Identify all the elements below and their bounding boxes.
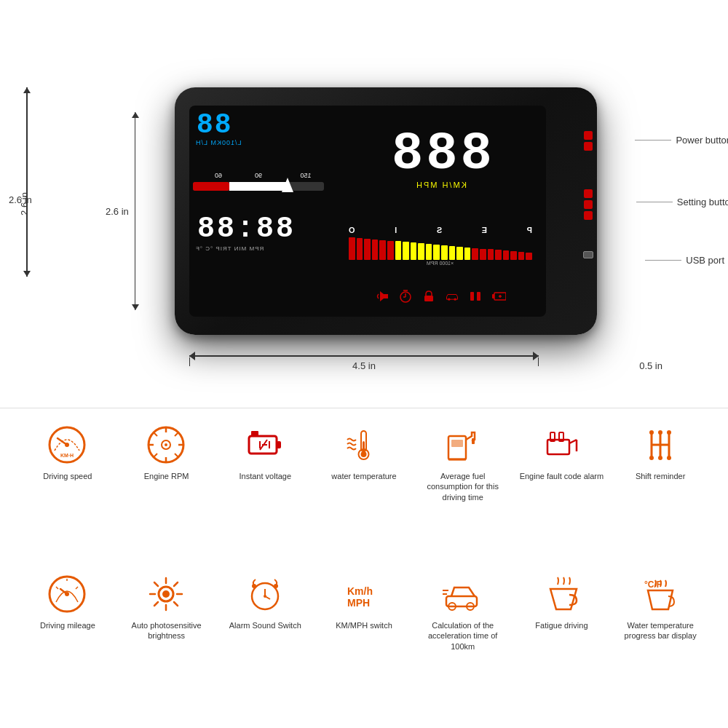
speed-arc-area: 150 90 60: [193, 167, 331, 207]
svg-rect-15: [424, 296, 433, 301]
battery-warn-icon: [491, 290, 506, 302]
water-temp-icon: [342, 423, 386, 467]
fatigue-icon: [539, 572, 583, 616]
setting-button-1[interactable]: [584, 189, 593, 198]
water-temp-bar-icon: °C/F: [638, 572, 682, 616]
engine-fault-label: Engine fault code alarm: [520, 471, 604, 481]
svg-line-62: [56, 587, 58, 589]
svg-rect-42: [472, 438, 475, 444]
driving-mileage-icon: [46, 572, 90, 616]
svg-rect-12: [470, 292, 474, 301]
auto-brightness-label: Auto photosensitive brightness: [121, 620, 213, 641]
timer-warn-icon: [398, 290, 413, 302]
dim-arrow-top: [132, 112, 139, 118]
engine-fault-icon: [539, 423, 583, 467]
rpm-letter-e: E: [482, 226, 487, 234]
rpm-letter-i: I: [395, 226, 397, 234]
svg-point-54: [658, 430, 662, 435]
feature-auto-brightness: Auto photosensitive brightness: [121, 572, 213, 714]
svg-text:°C/F: °C/F: [644, 579, 662, 590]
alarm-sound-label: Alarm Sound Switch: [229, 620, 301, 630]
svg-rect-41: [451, 440, 463, 447]
svg-point-55: [667, 430, 671, 435]
acceleration-icon: [441, 572, 485, 616]
warning-icons-row: [375, 290, 506, 302]
setting-button-2[interactable]: [584, 200, 593, 209]
svg-marker-20: [380, 291, 388, 301]
rpm-bar-container: P E S I O ×1000 RPM: [339, 226, 542, 266]
fuel-digits: 88: [195, 111, 232, 139]
rpm-bottom-label: ×1000 RPM: [427, 261, 454, 266]
dimension-26-vline: [135, 112, 135, 310]
water-temp-label: water temperature: [331, 471, 396, 481]
svg-rect-39: [363, 441, 365, 454]
usb-label-container: USB port: [645, 255, 724, 266]
power-button[interactable]: [584, 131, 593, 140]
svg-rect-29: [277, 441, 281, 448]
engine-rpm-label: Engine RPM: [144, 471, 189, 481]
svg-rect-1: [193, 182, 229, 191]
setting-button-label: Setting button: [677, 197, 728, 207]
power-buttons-group: [584, 131, 593, 151]
svg-text:KM·H: KM·H: [60, 453, 74, 458]
svg-rect-75: [446, 596, 477, 606]
svg-text:MPH: MPH: [347, 597, 370, 609]
svg-line-64: [76, 587, 78, 589]
svg-point-72: [274, 584, 278, 588]
svg-point-66: [162, 590, 170, 598]
auto-brightness-icon: [145, 572, 189, 616]
svg-text:150: 150: [300, 172, 311, 179]
fuel-display-area: 88 L/100KM L/H: [189, 106, 335, 211]
feature-water-temp-bar: °C/F Water temperature progress bar disp…: [614, 572, 706, 714]
feature-avg-fuel: Average fuel consumption for this drivin…: [417, 423, 509, 565]
usb-port: [583, 251, 593, 258]
setting-button-3[interactable]: [584, 211, 593, 220]
feature-engine-fault: Engine fault code alarm: [516, 423, 608, 565]
feature-driving-speed: KM·H Driving speed: [22, 423, 114, 565]
width-tick-left: [189, 357, 190, 366]
dimension-height-arrow: [26, 87, 28, 277]
rpm-bars: [349, 234, 532, 260]
svg-text:Km/h: Km/h: [347, 585, 373, 597]
dimension-height-value: 2.6 in: [9, 194, 32, 205]
instant-voltage-icon: [243, 423, 287, 467]
km-mph-label: KM/MPH switch: [336, 620, 392, 630]
avg-fuel-icon: [441, 423, 485, 467]
dimension-depth-label: 0.5 in: [639, 360, 662, 371]
power-label-line: [635, 140, 671, 141]
features-section: KM·H Driving speed Engine RPM: [0, 408, 728, 728]
device-diagram-section: 2.6 in 2.6 in 88 L/100KM L/H: [0, 0, 728, 408]
svg-line-47: [569, 440, 577, 443]
svg-line-31: [264, 440, 267, 445]
alarm-sound-icon: [243, 572, 287, 616]
svg-rect-2: [229, 182, 288, 191]
driving-speed-label: Driving speed: [43, 471, 92, 481]
svg-rect-30: [251, 431, 258, 436]
speed-large-digits: 888: [389, 128, 492, 181]
speed-display-area: 888 KM/H MPH: [335, 106, 546, 211]
feature-driving-mileage: Driving mileage: [22, 572, 114, 714]
clock-display-area: 88:88 RPM MIN TRIP °C °F: [189, 211, 335, 317]
acceleration-label: Calculation of the acceleration time of …: [417, 620, 509, 652]
power-button-label-container: Power button: [635, 135, 728, 146]
shift-reminder-label: Shift reminder: [636, 471, 685, 481]
driving-mileage-label: Driving mileage: [40, 620, 95, 630]
rpm-display-area: P E S I O ×1000 RPM: [335, 211, 546, 317]
speaker-warn-icon: [375, 290, 389, 302]
fatigue-label: Fatigue driving: [535, 620, 587, 630]
svg-point-58: [667, 456, 671, 460]
svg-rect-8: [492, 294, 494, 298]
dim-arrow-bottom: [132, 304, 139, 310]
speed-unit-label: KM/H MPH: [415, 181, 467, 189]
pause-warn-icon: [468, 290, 483, 302]
rpm-letter-o: O: [349, 226, 355, 234]
power-button-label: Power button: [676, 135, 728, 146]
setting-button-label-container: Setting button: [636, 197, 728, 207]
svg-point-14: [448, 298, 450, 301]
width-tick-right: [538, 357, 539, 366]
usb-label-line: [645, 260, 681, 261]
driving-speed-icon: KM·H: [46, 423, 90, 467]
feature-water-temp: water temperature: [318, 423, 410, 565]
power-button-2[interactable]: [584, 142, 593, 151]
rpm-letter-s: S: [437, 226, 442, 234]
